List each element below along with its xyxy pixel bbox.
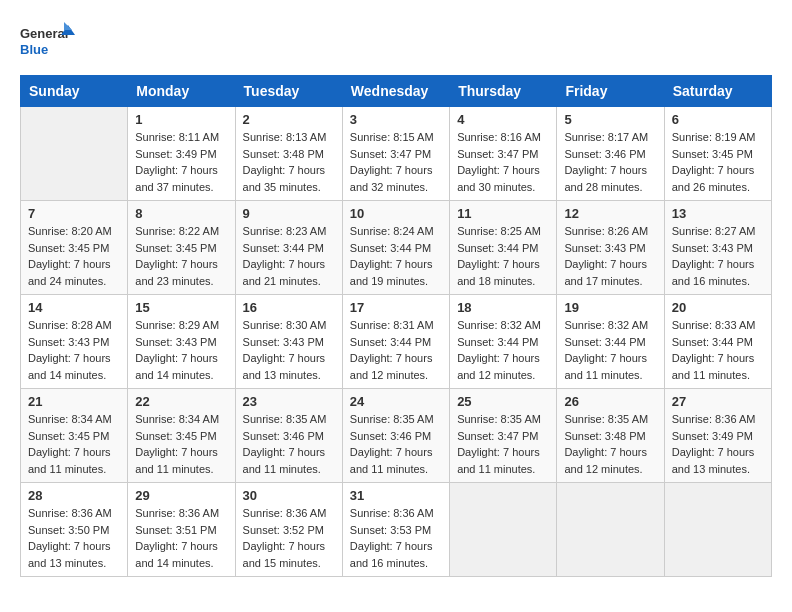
daylight: Daylight: 7 hours and 16 minutes. — [350, 540, 433, 569]
day-number: 18 — [457, 300, 549, 315]
day-number: 19 — [564, 300, 656, 315]
daylight: Daylight: 7 hours and 13 minutes. — [243, 352, 326, 381]
sunset: Sunset: 3:50 PM — [28, 524, 109, 536]
sunset: Sunset: 3:45 PM — [135, 430, 216, 442]
sunrise: Sunrise: 8:35 AM — [243, 413, 327, 425]
calendar-cell: 30 Sunrise: 8:36 AM Sunset: 3:52 PM Dayl… — [235, 483, 342, 577]
daylight: Daylight: 7 hours and 12 minutes. — [350, 352, 433, 381]
sunrise: Sunrise: 8:27 AM — [672, 225, 756, 237]
day-info: Sunrise: 8:35 AM Sunset: 3:48 PM Dayligh… — [564, 411, 656, 477]
calendar-cell — [450, 483, 557, 577]
day-number: 20 — [672, 300, 764, 315]
sunrise: Sunrise: 8:36 AM — [672, 413, 756, 425]
calendar-cell: 14 Sunrise: 8:28 AM Sunset: 3:43 PM Dayl… — [21, 295, 128, 389]
sunset: Sunset: 3:43 PM — [28, 336, 109, 348]
sunrise: Sunrise: 8:35 AM — [564, 413, 648, 425]
calendar-cell: 11 Sunrise: 8:25 AM Sunset: 3:44 PM Dayl… — [450, 201, 557, 295]
sunset: Sunset: 3:46 PM — [564, 148, 645, 160]
day-number: 2 — [243, 112, 335, 127]
day-info: Sunrise: 8:26 AM Sunset: 3:43 PM Dayligh… — [564, 223, 656, 289]
weekday-header-thursday: Thursday — [450, 76, 557, 107]
calendar-cell: 6 Sunrise: 8:19 AM Sunset: 3:45 PM Dayli… — [664, 107, 771, 201]
sunrise: Sunrise: 8:15 AM — [350, 131, 434, 143]
daylight: Daylight: 7 hours and 11 minutes. — [457, 446, 540, 475]
day-info: Sunrise: 8:35 AM Sunset: 3:46 PM Dayligh… — [243, 411, 335, 477]
sunrise: Sunrise: 8:13 AM — [243, 131, 327, 143]
calendar-cell: 2 Sunrise: 8:13 AM Sunset: 3:48 PM Dayli… — [235, 107, 342, 201]
day-info: Sunrise: 8:32 AM Sunset: 3:44 PM Dayligh… — [457, 317, 549, 383]
calendar-cell: 5 Sunrise: 8:17 AM Sunset: 3:46 PM Dayli… — [557, 107, 664, 201]
sunset: Sunset: 3:44 PM — [243, 242, 324, 254]
daylight: Daylight: 7 hours and 35 minutes. — [243, 164, 326, 193]
day-number: 24 — [350, 394, 442, 409]
svg-text:Blue: Blue — [20, 42, 48, 57]
calendar-cell: 25 Sunrise: 8:35 AM Sunset: 3:47 PM Dayl… — [450, 389, 557, 483]
daylight: Daylight: 7 hours and 23 minutes. — [135, 258, 218, 287]
daylight: Daylight: 7 hours and 12 minutes. — [564, 446, 647, 475]
svg-text:General: General — [20, 26, 68, 41]
day-number: 11 — [457, 206, 549, 221]
daylight: Daylight: 7 hours and 32 minutes. — [350, 164, 433, 193]
day-number: 22 — [135, 394, 227, 409]
calendar-cell: 4 Sunrise: 8:16 AM Sunset: 3:47 PM Dayli… — [450, 107, 557, 201]
day-number: 30 — [243, 488, 335, 503]
daylight: Daylight: 7 hours and 21 minutes. — [243, 258, 326, 287]
logo-bird-icon: General Blue — [20, 20, 75, 65]
daylight: Daylight: 7 hours and 14 minutes. — [28, 352, 111, 381]
day-number: 28 — [28, 488, 120, 503]
sunset: Sunset: 3:45 PM — [672, 148, 753, 160]
sunrise: Sunrise: 8:26 AM — [564, 225, 648, 237]
sunrise: Sunrise: 8:34 AM — [28, 413, 112, 425]
daylight: Daylight: 7 hours and 11 minutes. — [350, 446, 433, 475]
daylight: Daylight: 7 hours and 14 minutes. — [135, 352, 218, 381]
sunset: Sunset: 3:44 PM — [457, 336, 538, 348]
daylight: Daylight: 7 hours and 18 minutes. — [457, 258, 540, 287]
sunrise: Sunrise: 8:30 AM — [243, 319, 327, 331]
svg-marker-3 — [64, 22, 72, 30]
calendar-cell: 12 Sunrise: 8:26 AM Sunset: 3:43 PM Dayl… — [557, 201, 664, 295]
sunrise: Sunrise: 8:32 AM — [564, 319, 648, 331]
day-info: Sunrise: 8:28 AM Sunset: 3:43 PM Dayligh… — [28, 317, 120, 383]
header: General Blue — [20, 20, 772, 65]
sunrise: Sunrise: 8:35 AM — [350, 413, 434, 425]
sunrise: Sunrise: 8:19 AM — [672, 131, 756, 143]
week-row-3: 21 Sunrise: 8:34 AM Sunset: 3:45 PM Dayl… — [21, 389, 772, 483]
day-info: Sunrise: 8:36 AM Sunset: 3:52 PM Dayligh… — [243, 505, 335, 571]
day-number: 27 — [672, 394, 764, 409]
day-info: Sunrise: 8:30 AM Sunset: 3:43 PM Dayligh… — [243, 317, 335, 383]
week-row-1: 7 Sunrise: 8:20 AM Sunset: 3:45 PM Dayli… — [21, 201, 772, 295]
calendar-cell — [557, 483, 664, 577]
calendar-cell: 9 Sunrise: 8:23 AM Sunset: 3:44 PM Dayli… — [235, 201, 342, 295]
sunset: Sunset: 3:49 PM — [672, 430, 753, 442]
sunset: Sunset: 3:45 PM — [28, 242, 109, 254]
daylight: Daylight: 7 hours and 11 minutes. — [28, 446, 111, 475]
daylight: Daylight: 7 hours and 15 minutes. — [243, 540, 326, 569]
day-number: 26 — [564, 394, 656, 409]
day-number: 1 — [135, 112, 227, 127]
sunset: Sunset: 3:52 PM — [243, 524, 324, 536]
sunset: Sunset: 3:49 PM — [135, 148, 216, 160]
day-number: 9 — [243, 206, 335, 221]
sunset: Sunset: 3:43 PM — [243, 336, 324, 348]
sunset: Sunset: 3:47 PM — [350, 148, 431, 160]
calendar-cell: 7 Sunrise: 8:20 AM Sunset: 3:45 PM Dayli… — [21, 201, 128, 295]
calendar-cell: 8 Sunrise: 8:22 AM Sunset: 3:45 PM Dayli… — [128, 201, 235, 295]
day-info: Sunrise: 8:20 AM Sunset: 3:45 PM Dayligh… — [28, 223, 120, 289]
daylight: Daylight: 7 hours and 13 minutes. — [672, 446, 755, 475]
day-number: 6 — [672, 112, 764, 127]
calendar-cell: 15 Sunrise: 8:29 AM Sunset: 3:43 PM Dayl… — [128, 295, 235, 389]
sunset: Sunset: 3:46 PM — [243, 430, 324, 442]
daylight: Daylight: 7 hours and 37 minutes. — [135, 164, 218, 193]
day-info: Sunrise: 8:33 AM Sunset: 3:44 PM Dayligh… — [672, 317, 764, 383]
calendar-cell: 1 Sunrise: 8:11 AM Sunset: 3:49 PM Dayli… — [128, 107, 235, 201]
day-number: 21 — [28, 394, 120, 409]
day-number: 29 — [135, 488, 227, 503]
calendar-cell: 24 Sunrise: 8:35 AM Sunset: 3:46 PM Dayl… — [342, 389, 449, 483]
weekday-header-wednesday: Wednesday — [342, 76, 449, 107]
sunset: Sunset: 3:43 PM — [564, 242, 645, 254]
calendar-cell: 23 Sunrise: 8:35 AM Sunset: 3:46 PM Dayl… — [235, 389, 342, 483]
daylight: Daylight: 7 hours and 11 minutes. — [564, 352, 647, 381]
daylight: Daylight: 7 hours and 11 minutes. — [672, 352, 755, 381]
day-info: Sunrise: 8:22 AM Sunset: 3:45 PM Dayligh… — [135, 223, 227, 289]
sunset: Sunset: 3:47 PM — [457, 430, 538, 442]
